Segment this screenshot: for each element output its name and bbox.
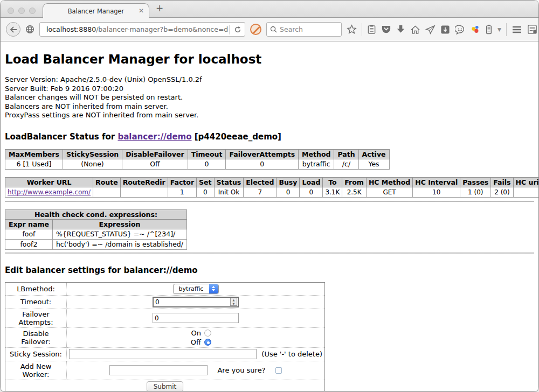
chat-smiley-icon (455, 25, 465, 34)
form-row-lbmethod: LBmethod: bytraffic (5, 282, 325, 295)
sticky-session-hint: (Use '-' to delete) (261, 350, 322, 358)
battery-icon (485, 24, 493, 34)
health-expression-row: foof%{REQUEST_STATUS} =~ /^[234]/ (5, 229, 187, 239)
sticky-session-label: Sticky Session: (5, 347, 67, 361)
window-controls[interactable] (8, 8, 36, 14)
confirm-label: Are you sure? (217, 366, 265, 374)
submit-button[interactable]: Submit (147, 381, 184, 391)
balancer-cell: (None) (63, 159, 122, 169)
worker-url-cell: http://www.example.com/ (5, 187, 93, 197)
star-icon (347, 24, 357, 34)
balancer-cell: Yes (358, 159, 389, 169)
worker-header: HC uri (513, 177, 538, 187)
home-button[interactable] (410, 25, 420, 34)
radio-on-label: On (191, 329, 201, 337)
add-worker-input[interactable] (109, 365, 208, 375)
zoom-window-button[interactable] (29, 8, 36, 14)
pocket-icon (381, 25, 391, 34)
health-header: Expr name (5, 219, 53, 229)
edit-balancer-form: LBmethod: bytraffic Timeout: 0 ▲▼ (5, 282, 325, 391)
send-tab-button[interactable] (425, 25, 436, 34)
worker-cell: 2.5K (342, 187, 367, 197)
failover-attempts-input[interactable] (153, 313, 239, 323)
worker-url-link[interactable]: http://www.example.com/ (8, 188, 91, 196)
new-tab-button[interactable]: + (156, 3, 163, 13)
url-bar[interactable]: localhost:8880/balancer-manager?b=demo&n… (39, 22, 245, 37)
battery-button[interactable] (485, 24, 493, 34)
worker-header: Status (214, 177, 244, 187)
lbmethod-select[interactable]: bytraffic (173, 284, 219, 294)
form-row-disable-failover: Disable Failover: On Off (5, 327, 325, 347)
globe-icon[interactable] (25, 25, 34, 34)
tab-title: Balancer Manager (68, 8, 125, 15)
worker-header: Load (300, 177, 323, 187)
worker-header: HC Method (366, 177, 412, 187)
urlbar-divider (229, 25, 230, 34)
bookmark-star-button[interactable] (347, 24, 357, 34)
worker-cell: 1 (168, 187, 196, 197)
timeout-input[interactable]: 0 ▲▼ (153, 297, 239, 307)
status-heading-prefix: LoadBalancer Status for (5, 132, 118, 142)
close-window-button[interactable] (8, 8, 14, 14)
balancer-header: Active (358, 149, 389, 159)
reload-icon (234, 26, 241, 33)
radio-on[interactable] (204, 330, 211, 337)
section-divider (5, 253, 534, 254)
balancer-cell: 6 [1 Used] (5, 159, 63, 169)
block-badge-icon[interactable] (250, 24, 261, 35)
confirm-checkbox[interactable] (275, 367, 282, 374)
search-bar[interactable]: Search (266, 22, 342, 37)
worker-cell: 2 (0) (491, 187, 513, 197)
worker-cell: 3.1K (323, 187, 342, 197)
server-info-line: Balancers are NOT inherited from main se… (5, 102, 534, 111)
form-row-add-worker: Add New Worker: Are you sure? (5, 361, 325, 380)
balancer-header-row: MaxMembersStickySessionDisableFailoverTi… (5, 149, 390, 159)
balancer-cell: /c/ (334, 159, 358, 169)
pocket-button[interactable] (381, 25, 391, 34)
downloads-button[interactable] (396, 25, 405, 34)
lbmethod-label: LBmethod: (5, 282, 67, 295)
balancer-cell: 0 (226, 159, 299, 169)
send-icon (425, 25, 436, 34)
navigation-toolbar: localhost:8880/balancer-manager?b=demo&n… (1, 18, 538, 41)
number-spinner-icon[interactable]: ▲▼ (230, 298, 237, 306)
back-button[interactable] (6, 22, 20, 37)
worker-header: Set (197, 177, 214, 187)
menu-button[interactable] (512, 25, 522, 34)
sticky-session-input[interactable] (69, 349, 257, 359)
disable-failover-radio-group: On Off (69, 329, 322, 346)
cell: hc('body') =~ /domain is established/ (52, 239, 186, 249)
caret-down-icon[interactable]: ▼ (497, 27, 501, 32)
pages-grid-button[interactable] (527, 24, 537, 34)
reading-list-button[interactable] (367, 24, 376, 34)
radio-off[interactable] (204, 339, 211, 346)
reload-button[interactable] (231, 23, 245, 36)
worker-cell: Init Ok (214, 187, 244, 197)
browser-window: Balancer Manager ✕ + localhost:8880/bala… (1, 1, 538, 391)
balancer-cell: 0 (188, 159, 226, 169)
health-expression-row: foof2hc('body') =~ /domain is establishe… (5, 239, 187, 249)
extension-download-button[interactable] (440, 25, 450, 34)
worker-header-row: Worker URLRouteRouteRedirFactorSetStatus… (5, 177, 539, 187)
section-divider (5, 201, 534, 202)
worker-cell: 1 (0) (460, 187, 491, 197)
tab-balancer-manager[interactable]: Balancer Manager ✕ (43, 3, 149, 18)
color-dots-button[interactable] (470, 24, 480, 34)
menu-icon (512, 25, 522, 34)
extension-download-icon (440, 25, 450, 34)
close-tab-icon[interactable]: ✕ (139, 7, 144, 15)
pages-grid-icon (527, 24, 537, 34)
add-worker-label: Add New Worker: (5, 361, 67, 380)
worker-header: HC Interval (413, 177, 460, 187)
balancer-demo-link[interactable]: balancer://demo (118, 132, 191, 142)
server-info-line: Server Version: Apache/2.5.0-dev (Unix) … (5, 75, 534, 85)
radio-off-label: Off (191, 338, 201, 346)
minimize-window-button[interactable] (18, 8, 25, 14)
chat-button[interactable] (455, 25, 465, 34)
lbmethod-selected-value: bytraffic (174, 285, 209, 292)
health-check-table: Health check cond. expressions: Expr nam… (5, 209, 187, 250)
status-heading-suffix: [p4420eeae_demo] (192, 132, 281, 142)
health-table-title: Health check cond. expressions: (5, 209, 187, 219)
form-row-timeout: Timeout: 0 ▲▼ (5, 295, 325, 309)
clipboard-icon (367, 24, 376, 34)
